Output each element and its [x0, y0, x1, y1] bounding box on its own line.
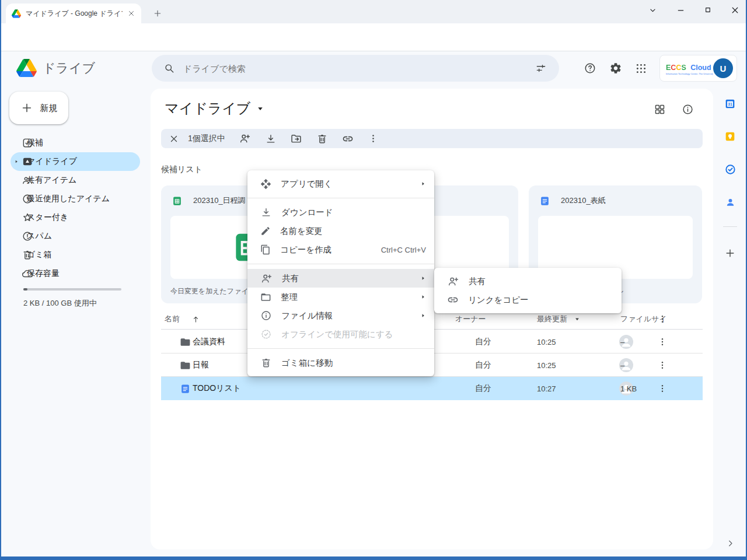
window-maximize-button[interactable]	[694, 0, 721, 20]
sidebar-item-label: 共有アイテム	[27, 175, 76, 186]
menu-item-file-info[interactable]: ファイル情報	[247, 306, 434, 325]
sidebar-item-trash[interactable]: ゴミ箱	[11, 246, 140, 264]
trash-icon	[260, 357, 272, 369]
sidebar-item-storage[interactable]: 保存容量	[11, 264, 140, 283]
kebab-icon	[657, 360, 668, 370]
grid-view-icon	[654, 103, 666, 116]
person-add-icon	[260, 272, 273, 285]
row-more-button[interactable]	[657, 377, 668, 400]
rail-divider	[723, 226, 737, 227]
sidebar-item-recent[interactable]: 最近使用したアイテム	[11, 190, 140, 208]
menu-item-label: オフラインで使用可能にする	[281, 329, 426, 340]
plus-icon	[20, 102, 33, 114]
window-border-bottom	[0, 556, 747, 560]
table-options-button[interactable]	[657, 309, 668, 329]
tasks-icon	[724, 163, 736, 176]
kebab-icon	[657, 314, 668, 324]
trash-selected-button[interactable]	[310, 130, 334, 148]
caret-down-icon	[573, 315, 581, 323]
submenu-arrow-icon	[420, 181, 426, 187]
copy-link-button[interactable]	[336, 130, 359, 148]
search-bar[interactable]	[152, 55, 559, 82]
sort-ascending-icon[interactable]	[191, 309, 200, 329]
browser-tab[interactable]: マイドライブ - Google ドライブ	[6, 4, 141, 23]
window-minimize-button[interactable]	[667, 0, 694, 20]
column-header-name[interactable]: 名前	[165, 309, 180, 329]
share-selected-button[interactable]	[233, 130, 257, 148]
app-name: ドライブ	[43, 60, 95, 77]
storage-usage-text: 2 KB / 100 GB 使用中	[23, 298, 97, 309]
menu-item-rename[interactable]: 名前を変更	[247, 222, 434, 240]
sheets-file-icon	[172, 195, 183, 206]
folder-move-icon	[290, 132, 302, 145]
tab-title: マイドライブ - Google ドライブ	[26, 9, 123, 19]
drive-logo-home[interactable]: ドライブ	[16, 59, 95, 77]
menu-item-move-to-trash[interactable]: ゴミ箱に移動	[247, 354, 434, 372]
clear-selection-button[interactable]	[162, 130, 186, 148]
contacts-app-button[interactable]	[722, 194, 738, 210]
apps-grid-button[interactable]	[629, 57, 652, 80]
grid-view-button[interactable]	[651, 101, 668, 117]
page-title-dropdown[interactable]: マイドライブ	[165, 99, 266, 118]
search-options-button[interactable]	[531, 58, 551, 78]
new-tab-button[interactable]	[149, 5, 166, 22]
file-name: 会議資料	[193, 330, 225, 354]
submenu-arrow-icon	[420, 294, 426, 300]
file-modified: 10:25	[537, 354, 556, 377]
new-button[interactable]: 新規	[9, 92, 68, 124]
menu-item-share[interactable]: 共有	[247, 269, 434, 288]
help-button[interactable]	[578, 57, 602, 80]
info-icon	[260, 310, 272, 321]
sidebar-item-spam[interactable]: スパム	[11, 227, 140, 246]
menu-item-make-copy[interactable]: コピーを作成 Ctrl+C Ctrl+V	[247, 240, 434, 259]
file-row-todo-list-selected[interactable]: TODOリスト 自分 10:27 1 KB	[161, 377, 703, 400]
close-icon	[169, 134, 179, 144]
menu-item-label: リンクをコピー	[468, 295, 613, 306]
menu-item-organize[interactable]: 整理	[247, 288, 434, 306]
submenu-item-copy-link[interactable]: リンクをコピー	[434, 290, 622, 309]
sidebar-item-shared[interactable]: 共有アイテム	[11, 171, 140, 190]
link-icon	[342, 133, 354, 145]
row-more-button[interactable]	[657, 330, 668, 354]
sidebar-item-suggested[interactable]: 候補	[11, 134, 140, 152]
settings-button[interactable]	[604, 57, 627, 80]
move-selected-button[interactable]	[285, 130, 308, 148]
browser-tab-strip: マイドライブ - Google ドライブ	[0, 0, 747, 23]
sidebar-item-label: 最近使用したアイテム	[27, 194, 110, 204]
row-more-button[interactable]	[657, 354, 668, 377]
menu-item-open-with[interactable]: アプリで開く	[247, 174, 434, 193]
get-addons-button[interactable]	[722, 245, 738, 261]
menu-item-label: ダウンロード	[281, 207, 426, 218]
file-size: –	[620, 354, 624, 377]
tab-close-icon[interactable]	[127, 9, 135, 18]
account-avatar[interactable]: U	[713, 58, 733, 78]
kebab-icon	[657, 337, 668, 347]
window-tab-search-button[interactable]	[639, 0, 666, 20]
hide-side-panel-button[interactable]	[722, 535, 738, 551]
file-modified: 10:27	[537, 377, 556, 400]
sidebar-item-starred[interactable]: スター付き	[11, 208, 140, 227]
search-input[interactable]	[182, 63, 531, 74]
submenu-item-share[interactable]: 共有	[434, 272, 622, 290]
more-actions-button[interactable]	[362, 130, 385, 148]
context-menu: アプリで開く ダウンロード 名前を変更 コピーを作成 Ctrl+C Ctrl+V…	[247, 170, 434, 376]
menu-item-download[interactable]: ダウンロード	[247, 203, 434, 222]
link-icon	[447, 294, 459, 306]
menu-item-label: ファイル情報	[281, 310, 411, 321]
apps-grid-icon	[635, 62, 647, 75]
account-badge[interactable]: ECCS Cloud Mail Information Technology C…	[659, 55, 737, 82]
badge-subtitle: Information Technology Center, The Unive…	[666, 72, 713, 75]
menu-divider	[247, 264, 434, 264]
details-button[interactable]	[679, 101, 696, 117]
calendar-app-button[interactable]	[722, 96, 738, 112]
my-drive-icon	[22, 156, 33, 167]
tasks-app-button[interactable]	[722, 161, 738, 177]
expand-arrow-icon	[14, 159, 19, 164]
download-selected-button[interactable]	[259, 130, 282, 148]
menu-divider	[247, 198, 434, 198]
menu-item-make-offline-disabled: オフラインで使用可能にする	[247, 325, 434, 344]
keep-app-button[interactable]	[722, 128, 738, 145]
copy-icon	[260, 244, 271, 255]
sidebar-item-my-drive[interactable]: マイドライブ	[11, 152, 140, 171]
window-close-button[interactable]	[721, 0, 747, 20]
